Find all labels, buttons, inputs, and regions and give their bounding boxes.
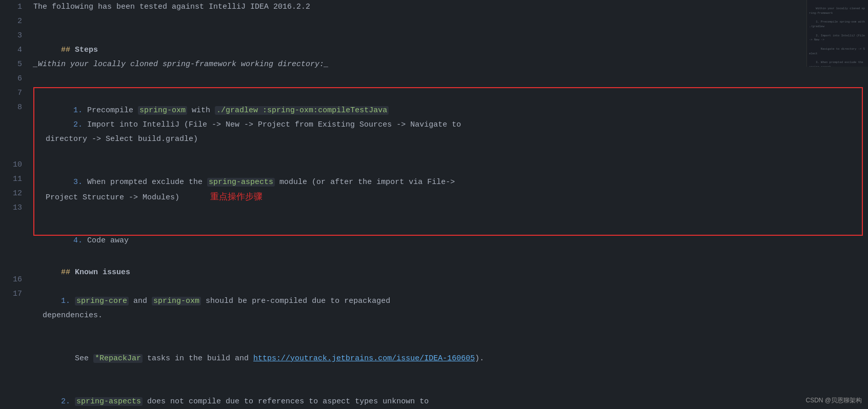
annotation-text: 重点操作步骤 [210, 192, 263, 201]
line14-text1: and [129, 297, 152, 305]
ln-4: 4 [0, 43, 28, 57]
line15-text3: ). [475, 354, 484, 363]
line15-link2[interactable]: IDEA-160605 [424, 354, 475, 363]
heading-12: Known issues [70, 268, 130, 277]
line-6 [33, 72, 863, 86]
ln-9 [0, 115, 28, 144]
line-7: 1. Precompile spring-oxm with ./gradlew … [36, 89, 860, 104]
content-area: The following has been tested against In… [28, 0, 868, 409]
line-15: See *RepackJar tasks in the build and ht… [33, 337, 863, 380]
line10-text: Code away [83, 236, 129, 245]
line-4 [33, 43, 863, 57]
sidebar-preview: Within your locally cloned spring-framew… [806, 0, 868, 67]
line7-code2: ./gradlew :spring-oxm:compileTestJava [215, 106, 389, 115]
line-numbers: 1 2 3 4 5 6 7 8 10 11 12 13 16 17 [0, 0, 28, 409]
line-5: _Within your locally cloned spring-frame… [33, 57, 863, 72]
list-num-10: 4. [73, 236, 83, 245]
line-10: 4. Code away [36, 219, 860, 234]
line14-code1: spring-core [75, 297, 129, 305]
line16-code: spring-aspects [75, 397, 143, 406]
watermark: CSDN @贝恩聊架构 [805, 396, 862, 405]
ln-5: 5 [0, 57, 28, 72]
ln-16: 16 [0, 273, 28, 287]
line-14: 1. spring-core and spring-oxm should be … [33, 280, 863, 337]
line16-text1: does not compile due to references to as… [143, 397, 429, 406]
ln-2: 2 [0, 14, 28, 29]
ln-8: 8 [0, 100, 28, 115]
heading-3: Steps [70, 46, 98, 54]
line-12: ## Known issues [33, 251, 863, 265]
ln-15 [0, 244, 28, 273]
sidebar-preview-content: Within your locally cloned spring-framew… [807, 0, 868, 67]
ln-6: 6 [0, 72, 28, 86]
line15-text1: See [61, 354, 93, 363]
hash-12: ## [61, 268, 70, 277]
line14-text0 [70, 297, 75, 305]
line-16: 2. spring-aspects does not compile due t… [33, 380, 863, 395]
ln-10: 10 [0, 158, 28, 172]
list-num-16: 2. [61, 397, 70, 406]
line7-text1: Precompile [83, 106, 138, 115]
line-3: ## Steps [33, 29, 863, 43]
ln-3: 3 [0, 29, 28, 43]
highlighted-section: 1. Precompile spring-oxm with ./gradlew … [33, 87, 863, 236]
list-num-8: 2. [73, 120, 83, 129]
line-1: The following has been tested against In… [33, 0, 863, 14]
editor: 1 2 3 4 5 6 7 8 10 11 12 13 16 17 The fo… [0, 0, 868, 409]
line7-text2: with [187, 106, 215, 115]
ln-14 [0, 215, 28, 244]
ln-11: 11 [0, 172, 28, 187]
list-num-9: 3. [73, 178, 83, 187]
ln-17: 17 [0, 287, 28, 301]
ln-1: 1 [0, 0, 28, 14]
line8-text: Import into IntelliJ (File -> New -> Pro… [36, 120, 461, 144]
list-num-14: 1. [61, 297, 70, 305]
line15-text2: tasks in the build and [143, 354, 253, 363]
list-num-7: 1. [73, 106, 83, 115]
line-2 [33, 14, 863, 29]
line-9: 3. When prompted exclude the spring-aspe… [36, 161, 860, 219]
line15-link1[interactable]: https://youtrack.jetbrains.com/issue/ [253, 354, 424, 363]
line7-code1: spring-oxm [138, 106, 187, 115]
line14-code2: spring-oxm [152, 297, 201, 305]
line16-text0 [70, 397, 75, 406]
ln-13: 13 [0, 201, 28, 215]
ln-7: 7 [0, 86, 28, 100]
line15-code: *RepackJar [93, 354, 143, 363]
line9-text1: When prompted exclude the [83, 178, 207, 187]
ln-12: 12 [0, 187, 28, 201]
hash-3: ## [61, 46, 70, 54]
line-11 [33, 237, 863, 251]
line-13 [33, 265, 863, 280]
line9-code1: spring-aspects [207, 178, 275, 187]
